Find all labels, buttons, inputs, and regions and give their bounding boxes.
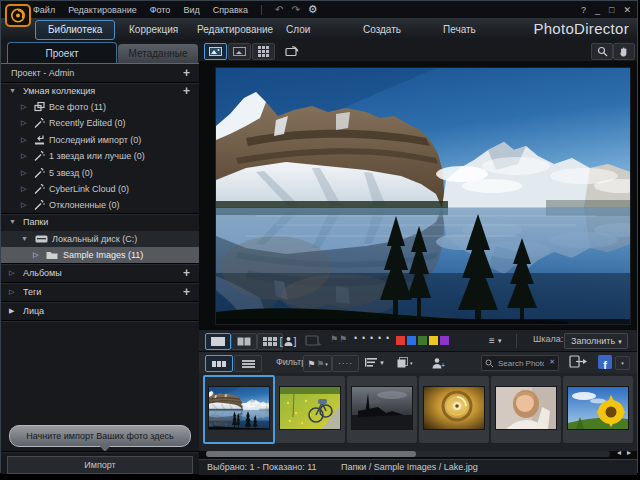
tab-layers[interactable]: Слои <box>286 23 310 37</box>
browse-single-view-button[interactable] <box>205 333 231 350</box>
import-button[interactable]: Импорт <box>7 456 193 474</box>
thumbnail-sunflower[interactable] <box>563 376 633 443</box>
add-album-button[interactable]: + <box>183 264 190 282</box>
sidebar-item-rejected[interactable]: ▷ Отклоненные (0) <box>1 197 199 213</box>
viewer-mode-grid-button[interactable] <box>252 43 275 60</box>
thumbnail-spiral-staircase[interactable] <box>419 376 489 443</box>
rating-dot-4[interactable]: • <box>378 333 381 343</box>
sidebar-item-five-stars[interactable]: ▷ 5 звезд (0) <box>1 165 199 181</box>
faces-header[interactable]: ▶ Лица <box>1 302 199 320</box>
chevron-right-icon[interactable]: ▷ <box>21 148 26 164</box>
menu-photo[interactable]: Фото <box>150 5 171 15</box>
close-button[interactable]: ✕ <box>623 5 631 15</box>
search-input[interactable] <box>496 356 546 371</box>
sidebar-item-last-import[interactable]: ▷ Последний импорт (0) <box>1 132 199 148</box>
stack-photos-button[interactable]: ▾ <box>397 355 419 370</box>
chevron-down-icon[interactable]: ▼ <box>9 83 16 99</box>
color-label-purple[interactable] <box>440 336 449 345</box>
color-label-green[interactable] <box>418 336 427 345</box>
triangle-right-icon[interactable]: ▶ <box>9 302 14 320</box>
albums-header[interactable]: ▷ Альбомы + <box>1 264 199 282</box>
tab-library[interactable]: Библиотека <box>35 20 115 40</box>
thumbnail-lake[interactable] <box>203 375 275 444</box>
tab-project[interactable]: Проект <box>7 42 117 64</box>
sidebar-item-recently-edited[interactable]: ▷ Recently Edited (0) <box>1 115 199 131</box>
scroll-left-icon[interactable]: ◂ <box>617 448 621 457</box>
add-tag-button[interactable]: + <box>183 283 190 301</box>
chevron-right-icon[interactable]: ▷ <box>9 264 14 282</box>
rating-dot-1[interactable]: • <box>354 333 357 343</box>
chevron-right-icon[interactable]: ▷ <box>33 247 38 263</box>
zoom-tool-button[interactable] <box>591 43 613 60</box>
tab-adjustment[interactable]: Коррекция <box>129 23 178 37</box>
tab-create[interactable]: Создать <box>363 23 401 37</box>
add-smart-collection-button[interactable]: + <box>183 83 190 99</box>
tab-metadata[interactable]: Метаданные <box>118 44 198 63</box>
filmstrip-list-view-button[interactable] <box>234 355 262 372</box>
folder-row-local-disk[interactable]: ▼ Локальный диск (C:) <box>1 231 199 247</box>
menu-edit[interactable]: Редактирование <box>68 5 137 15</box>
chevron-right-icon[interactable]: ▷ <box>21 165 26 181</box>
color-label-red[interactable] <box>396 336 405 345</box>
thumbnail-bicycle-meadow[interactable] <box>275 376 345 443</box>
share-facebook-button[interactable]: f <box>598 355 612 369</box>
menu-help[interactable]: Справка <box>213 5 248 15</box>
tag-face-button[interactable]: + <box>432 355 448 370</box>
chevron-right-icon[interactable]: ▷ <box>21 115 26 131</box>
share-dropdown-button[interactable]: ▾ <box>615 356 630 370</box>
rotate-photo-button[interactable] <box>281 43 303 58</box>
flag-pick-icon[interactable]: ⚑ <box>330 334 338 344</box>
scrollbar-thumb[interactable] <box>206 451 416 457</box>
minimize-button[interactable]: _ <box>595 5 600 15</box>
chevron-down-icon[interactable]: ▼ <box>9 214 16 230</box>
pan-tool-button[interactable] <box>613 43 635 60</box>
chevron-right-icon[interactable]: ▷ <box>21 181 26 197</box>
chevron-right-icon[interactable]: ▷ <box>21 197 26 213</box>
display-options-button[interactable]: ≡ ▼ <box>489 333 509 348</box>
undo-icon[interactable]: ↶ <box>275 1 283 18</box>
thumbnail-woman-portrait[interactable] <box>491 376 561 443</box>
sidebar-item-all-photos[interactable]: ▷ Все фото (11) <box>1 99 199 115</box>
viewer-mode-photo-button[interactable] <box>204 43 227 60</box>
sidebar-item-one-star[interactable]: ▷ 1 звезда или лучше (0) <box>1 148 199 164</box>
tab-edit[interactable]: Редактирование <box>197 23 273 37</box>
menu-view[interactable]: Вид <box>183 5 199 15</box>
scroll-right-icon[interactable]: ▸ <box>627 448 631 457</box>
browse-compare-view-button[interactable] <box>231 333 257 350</box>
filmstrip-thumbnail-view-button[interactable] <box>205 355 233 372</box>
color-label-blue[interactable] <box>407 336 416 345</box>
folders-header[interactable]: ▼ Папки <box>1 214 199 230</box>
chevron-right-icon[interactable]: ▷ <box>9 283 14 301</box>
filmstrip-scrollbar[interactable] <box>206 451 610 457</box>
sidebar-item-cyberlink-cloud[interactable]: ▷ CyberLink Cloud (0) <box>1 181 199 197</box>
add-to-collection-button[interactable]: + <box>305 334 323 347</box>
tab-print[interactable]: Печать <box>443 23 476 37</box>
rating-dot-3[interactable]: • <box>370 333 373 343</box>
thumbnail-dusk-landscape[interactable] <box>347 376 417 443</box>
folder-row-sample-images[interactable]: ▷ Sample Images (11) <box>1 247 199 263</box>
rating-dot-5[interactable]: • <box>386 333 389 343</box>
maximize-button[interactable]: □ <box>609 5 614 15</box>
redo-icon[interactable]: ↷ <box>291 1 299 18</box>
rating-filter-button[interactable]: ···· <box>332 355 359 372</box>
face-tag-button[interactable]: [ ] <box>275 333 301 348</box>
sort-button[interactable]: ▼ <box>365 355 389 370</box>
chevron-right-icon[interactable]: ▷ <box>21 132 26 148</box>
clear-search-icon[interactable]: ✕ <box>549 358 555 366</box>
help-button[interactable]: ? <box>581 5 586 15</box>
tags-header[interactable]: ▷ Теги + <box>1 283 199 301</box>
chevron-right-icon[interactable]: ▷ <box>21 99 26 115</box>
import-hint-button[interactable]: Начните импорт Ваших фото здесь <box>9 425 191 447</box>
add-project-button[interactable]: + <box>183 64 190 82</box>
rating-dot-2[interactable]: • <box>362 333 365 343</box>
menu-file[interactable]: Файл <box>33 5 55 15</box>
gear-icon[interactable]: ⚙ <box>308 1 318 18</box>
color-label-yellow[interactable] <box>429 336 438 345</box>
export-button[interactable] <box>569 354 591 370</box>
scale-dropdown[interactable]: Заполнить ▼ <box>564 333 628 349</box>
viewer-mode-photo-strip-button[interactable] <box>228 43 251 60</box>
flag-reject-icon[interactable]: ⚑ <box>339 334 347 344</box>
smart-collection-header[interactable]: ▼ Умная коллекция + <box>1 83 199 99</box>
chevron-down-icon[interactable]: ▼ <box>21 231 28 247</box>
photo-lake[interactable] <box>216 68 630 324</box>
